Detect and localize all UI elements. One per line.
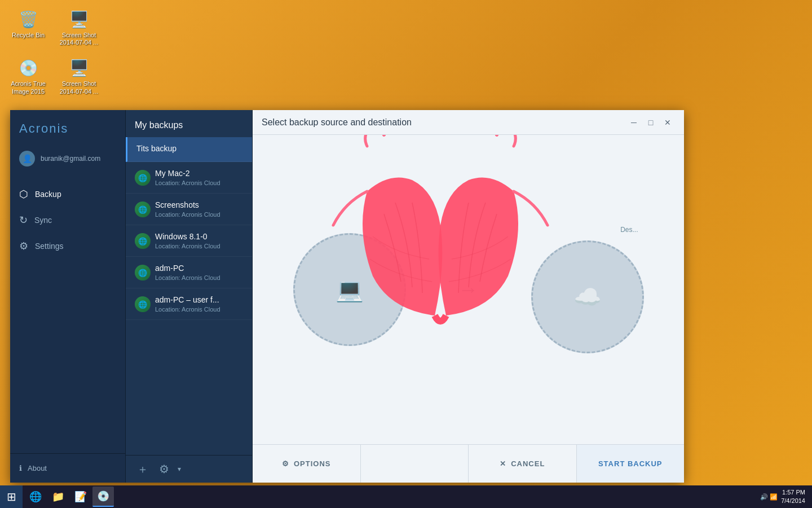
settings-nav-label: Settings <box>35 242 64 251</box>
sidebar-bottom: ℹ About <box>10 453 125 483</box>
settings-arrow: ▾ <box>178 465 181 473</box>
sync-icon: ↻ <box>19 214 28 226</box>
panel-bottom: ＋ ⚙ ▾ <box>126 455 252 483</box>
taskbar-word[interactable]: 📝 <box>70 487 91 507</box>
sidebar: Acronis 👤 buranik@gmail.com ⬡ Backup ↻ S… <box>10 110 126 483</box>
taskbar-explorer[interactable]: 📁 <box>47 487 69 507</box>
sidebar-item-settings[interactable]: ⚙ Settings <box>10 233 125 259</box>
start-backup-label: START BACKUP <box>598 459 663 468</box>
backup-item-admpc-user[interactable]: 🌐 adm-PC – user f... Location: Acronis C… <box>126 288 252 320</box>
sync-nav-label: Sync <box>34 216 52 225</box>
maximize-button[interactable]: □ <box>643 115 658 130</box>
about-button[interactable]: ℹ About <box>19 461 116 476</box>
options-button[interactable]: ⚙ OPTIONS <box>253 445 361 483</box>
backup-name-win81: Windows 8.1-0 <box>155 232 220 241</box>
dialog-titlebar: Select backup source and destination ─ □… <box>253 110 684 135</box>
taskbar: ⊞ 🌐 📁 📝 💿 🔊 📶 1:57 PM 7/4/2014 <box>0 485 812 508</box>
clock-time: 1:57 PM <box>781 488 805 497</box>
backup-item-icon: 🌐 <box>135 170 151 186</box>
dest-label: Des... <box>620 226 638 234</box>
sidebar-nav: ⬡ Backup ↻ Sync ⚙ Settings <box>10 172 125 453</box>
taskbar-items: 🌐 📁 📝 💿 <box>23 487 753 507</box>
backup-item-icon-admpc: 🌐 <box>135 265 151 281</box>
system-icons: 🔊 📶 <box>760 493 778 501</box>
dialog-title: Select backup source and destination <box>262 117 412 128</box>
backup-item-tits[interactable]: Tits backup <box>126 137 252 162</box>
backup-dialog: Select backup source and destination ─ □… <box>253 110 684 483</box>
source-zone: 💻 <box>293 233 406 346</box>
backup-location-screenshots: Location: Acronis Cloud <box>155 211 220 218</box>
start-backup-button[interactable]: START BACKUP <box>577 445 685 483</box>
backup-item-mymac2[interactable]: 🌐 My Mac-2 Location: Acronis Cloud <box>126 162 252 194</box>
recycle-bin-label: Recycle Bin <box>12 32 45 39</box>
backup-item-icon-screenshots: 🌐 <box>135 202 151 217</box>
sidebar-item-backup[interactable]: ⬡ Backup <box>10 181 125 207</box>
desktop: 🗑️ Recycle Bin 🖥️ Screen Shot 2014-07-04… <box>0 0 812 508</box>
arrow-right-icon: → <box>458 278 479 301</box>
minimize-button[interactable]: ─ <box>626 115 641 130</box>
main-content: Select backup source and destination ─ □… <box>253 110 684 483</box>
acronis-app-window: Acronis 👤 buranik@gmail.com ⬡ Backup ↻ S… <box>10 110 684 483</box>
backup-name-admpc-user: adm-PC – user f... <box>155 295 220 304</box>
start-button[interactable]: ⊞ <box>0 485 23 508</box>
screenshot-icon-2[interactable]: 🖥️ Screen Shot 2014-07-04 ... <box>56 54 102 97</box>
acronis-true-image-icon[interactable]: 💿 Acronis True Image 2015 <box>6 54 51 97</box>
user-email: buranik@gmail.com <box>41 155 100 163</box>
clock-date: 7/4/2014 <box>781 497 805 505</box>
backup-name-mymac2: My Mac-2 <box>155 169 220 178</box>
user-avatar: 👤 <box>19 151 35 167</box>
destination-circle[interactable]: ☁️ <box>531 240 644 353</box>
backup-icon: ⬡ <box>19 188 28 200</box>
footer-spacer <box>361 445 469 483</box>
taskbar-system-tray: 🔊 📶 1:57 PM 7/4/2014 <box>753 488 812 506</box>
source-circle[interactable]: 💻 <box>293 233 406 346</box>
backup-nav-label: Backup <box>35 190 61 199</box>
backup-location-admpc: Location: Acronis Cloud <box>155 274 220 281</box>
cancel-icon: ✕ <box>500 459 506 468</box>
taskbar-ie[interactable]: 🌐 <box>25 487 46 507</box>
backup-location-win81: Location: Acronis Cloud <box>155 243 220 249</box>
close-button[interactable]: ✕ <box>660 115 675 130</box>
destination-zone: Des... ☁️ <box>531 226 644 353</box>
backup-name-screenshots: Screenshots <box>155 200 220 209</box>
about-icon: ℹ <box>19 464 22 472</box>
source-icon: 💻 <box>336 277 364 303</box>
windows-logo-icon: ⊞ <box>7 490 16 503</box>
backup-location-admpc-user: Location: Acronis Cloud <box>155 306 220 313</box>
about-label: About <box>28 464 47 472</box>
backup-item-admpc[interactable]: 🌐 adm-PC Location: Acronis Cloud <box>126 257 252 288</box>
brand-logo: Acronis <box>10 110 125 145</box>
settings-icon: ⚙ <box>19 240 28 252</box>
backup-name-admpc: adm-PC <box>155 264 220 273</box>
backup-name-tits: Tits backup <box>136 144 243 153</box>
dialog-content: 💻 → Des... ☁️ <box>253 135 684 444</box>
backup-item-screenshots[interactable]: 🌐 Screenshots Location: Acronis Cloud <box>126 194 252 225</box>
backup-list: Tits backup 🌐 My Mac-2 Location: Acronis… <box>126 137 252 455</box>
destination-icon: ☁️ <box>573 284 602 310</box>
backups-panel: My backups Tits backup 🌐 My Mac-2 Locati… <box>126 110 253 483</box>
window-controls: ─ □ ✕ <box>626 115 675 130</box>
taskbar-clock: 1:57 PM 7/4/2014 <box>781 488 805 506</box>
screenshot-icon-1[interactable]: 🖥️ Screen Shot 2014-07-04 ... <box>56 6 102 49</box>
taskbar-acronis[interactable]: 💿 <box>92 487 114 507</box>
backup-item-win81[interactable]: 🌐 Windows 8.1-0 Location: Acronis Cloud <box>126 225 252 257</box>
arrow-area: → <box>458 278 479 301</box>
add-backup-button[interactable]: ＋ <box>135 461 151 477</box>
backups-panel-title: My backups <box>126 110 252 137</box>
desktop-icons: 🗑️ Recycle Bin 🖥️ Screen Shot 2014-07-04… <box>6 6 102 98</box>
backup-item-icon-win81: 🌐 <box>135 233 151 249</box>
dialog-footer: ⚙ OPTIONS ✕ CANCEL START BACKUP <box>253 444 684 483</box>
screenshot-label-2: Screen Shot 2014-07-04 ... <box>59 80 99 95</box>
cancel-button[interactable]: ✕ CANCEL <box>469 445 577 483</box>
sidebar-item-sync[interactable]: ↻ Sync <box>10 207 125 233</box>
user-profile[interactable]: 👤 buranik@gmail.com <box>10 145 125 172</box>
backup-item-icon-admpc-user: 🌐 <box>135 296 151 312</box>
acronis-true-image-label: Acronis True Image 2015 <box>8 80 48 95</box>
options-icon: ⚙ <box>282 459 289 468</box>
recycle-bin-icon[interactable]: 🗑️ Recycle Bin <box>6 6 51 49</box>
backup-settings-button[interactable]: ⚙ <box>156 461 172 477</box>
screenshot-label-1: Screen Shot 2014-07-04 ... <box>59 32 99 46</box>
cancel-label: CANCEL <box>511 459 545 468</box>
backup-location-mymac2: Location: Acronis Cloud <box>155 179 220 186</box>
options-label: OPTIONS <box>294 459 331 468</box>
